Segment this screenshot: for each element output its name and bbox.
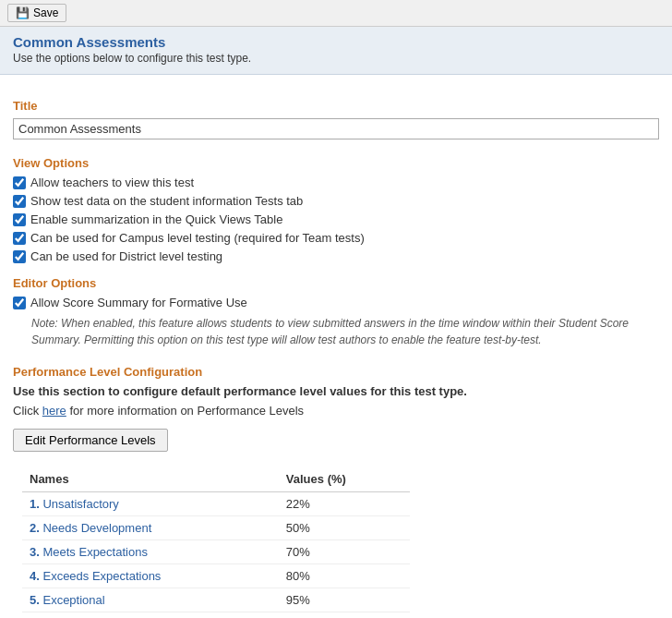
checkbox-enable-summarization-label: Enable summarization in the Quick Views … xyxy=(30,212,282,226)
performance-levels-link[interactable]: here xyxy=(42,404,66,418)
page-title: Common Assessments xyxy=(13,34,659,50)
checkbox-score-summary-label: Allow Score Summary for Formative Use xyxy=(30,296,247,309)
table-row: 2. Needs Development 50% xyxy=(22,516,410,540)
table-row: 5. Exceptional 95% xyxy=(22,588,410,612)
checkbox-allow-teachers[interactable]: Allow teachers to view this test xyxy=(13,176,659,189)
row-name: 1. Unsatisfactory xyxy=(22,492,279,516)
editor-options-label: Editor Options xyxy=(13,276,659,290)
performance-description: Use this section to configure default pe… xyxy=(13,384,659,398)
view-options-group: Allow teachers to view this test Show te… xyxy=(13,176,659,263)
checkbox-show-test-data-label: Show test data on the student informatio… xyxy=(30,194,303,208)
checkbox-score-summary-input[interactable] xyxy=(13,297,26,309)
title-section-label: Title xyxy=(13,99,659,113)
table-row: 1. Unsatisfactory 22% xyxy=(22,492,410,516)
click-text: Click xyxy=(13,404,39,418)
performance-table: Names Values (%) 1. Unsatisfactory 22% 2… xyxy=(22,468,410,612)
checkbox-district-level-label: Can be used for District level testing xyxy=(30,249,222,263)
checkbox-allow-teachers-input[interactable] xyxy=(13,176,26,189)
checkbox-enable-summarization-input[interactable] xyxy=(13,213,26,226)
save-icon: 💾 xyxy=(16,6,30,19)
toolbar: 💾 Save xyxy=(0,0,672,27)
checkbox-allow-teachers-label: Allow teachers to view this test xyxy=(30,176,194,189)
checkbox-score-summary[interactable]: Allow Score Summary for Formative Use xyxy=(13,296,659,309)
checkbox-district-level[interactable]: Can be used for District level testing xyxy=(13,249,659,263)
editor-note: Note: When enabled, this feature allows … xyxy=(31,315,659,348)
checkbox-show-test-data-input[interactable] xyxy=(13,195,26,208)
row-name: 5. Exceptional xyxy=(22,588,279,612)
performance-link-text: Click here for more information on Perfo… xyxy=(13,404,659,418)
performance-section-label: Performance Level Configuration xyxy=(13,365,659,379)
content-area: Title View Options Allow teachers to vie… xyxy=(0,75,672,618)
row-value: 95% xyxy=(279,588,410,612)
row-name: 2. Needs Development xyxy=(22,516,279,540)
row-value: 70% xyxy=(279,540,410,564)
performance-section: Performance Level Configuration Use this… xyxy=(13,365,659,612)
row-name: 3. Meets Expectations xyxy=(22,540,279,564)
save-label: Save xyxy=(33,6,58,19)
editor-options-group: Allow Score Summary for Formative Use xyxy=(13,296,659,309)
checkbox-campus-level[interactable]: Can be used for Campus level testing (re… xyxy=(13,231,659,245)
edit-performance-levels-button[interactable]: Edit Performance Levels xyxy=(13,429,168,452)
checkbox-campus-level-input[interactable] xyxy=(13,232,26,245)
row-name: 4. Exceeds Expectations xyxy=(22,564,279,588)
page-header: Common Assessments Use the options below… xyxy=(0,27,672,75)
table-row: 3. Meets Expectations 70% xyxy=(22,540,410,564)
view-options-label: View Options xyxy=(13,156,659,170)
col-values-header: Values (%) xyxy=(279,468,410,492)
row-value: 80% xyxy=(279,564,410,588)
link-suffix: for more information on Performance Leve… xyxy=(69,404,304,418)
title-input[interactable] xyxy=(13,118,659,139)
row-value: 50% xyxy=(279,516,410,540)
page-subtitle: Use the options below to configure this … xyxy=(13,52,659,65)
checkbox-enable-summarization[interactable]: Enable summarization in the Quick Views … xyxy=(13,212,659,226)
col-names-header: Names xyxy=(22,468,279,492)
save-button[interactable]: 💾 Save xyxy=(7,4,66,22)
row-value: 22% xyxy=(279,492,410,516)
checkbox-campus-level-label: Can be used for Campus level testing (re… xyxy=(30,231,365,245)
checkbox-show-test-data[interactable]: Show test data on the student informatio… xyxy=(13,194,659,208)
table-row: 4. Exceeds Expectations 80% xyxy=(22,564,410,588)
checkbox-district-level-input[interactable] xyxy=(13,250,26,263)
